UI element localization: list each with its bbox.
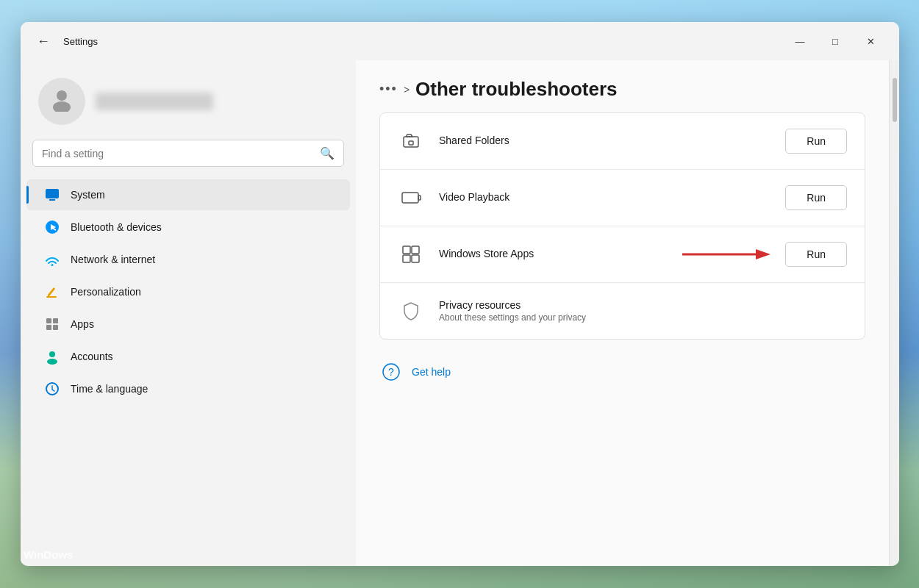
svg-rect-9: [46, 325, 51, 330]
svg-point-0: [57, 90, 67, 101]
video-playback-run-button[interactable]: Run: [785, 185, 847, 210]
sidebar-item-accounts[interactable]: Accounts: [26, 341, 350, 372]
search-box[interactable]: 🔍: [32, 140, 344, 167]
svg-rect-6: [46, 296, 57, 298]
privacy-text: Privacy resources About these settings a…: [439, 299, 847, 323]
video-playback-text: Video Playback: [439, 191, 770, 204]
svg-rect-15: [409, 141, 413, 145]
svg-rect-21: [412, 255, 419, 262]
svg-rect-18: [403, 246, 410, 254]
maximize-button[interactable]: □: [818, 29, 852, 53]
window-controls: — □ ✕: [783, 29, 887, 53]
titlebar: ← Settings — □ ✕: [21, 22, 899, 60]
settings-window: ← Settings — □ ✕: [21, 22, 899, 566]
svg-rect-14: [404, 137, 418, 147]
get-help-icon: ?: [379, 360, 403, 384]
svg-rect-2: [46, 189, 59, 198]
svg-rect-16: [402, 193, 418, 203]
bluetooth-icon: [44, 219, 60, 235]
sidebar-label-bluetooth: Bluetooth & devices: [71, 221, 162, 233]
sidebar-label-accounts: Accounts: [71, 351, 113, 362]
search-container: 🔍: [21, 140, 356, 179]
svg-rect-8: [53, 318, 58, 323]
content-area: 🔍 System: [21, 60, 899, 566]
svg-rect-20: [403, 255, 410, 262]
window-title: Settings: [63, 36, 98, 47]
video-playback-title: Video Playback: [439, 191, 770, 203]
svg-point-11: [49, 351, 55, 357]
svg-point-12: [47, 359, 57, 365]
sidebar-item-system[interactable]: System: [26, 179, 350, 210]
sidebar-label-apps: Apps: [71, 318, 94, 330]
svg-rect-3: [49, 199, 55, 201]
svg-point-1: [53, 101, 71, 112]
main-panel: ••• > Other troubleshooters: [356, 60, 889, 566]
get-help-link[interactable]: Get help: [412, 366, 451, 378]
svg-rect-17: [418, 196, 421, 200]
video-playback-icon: [398, 184, 424, 211]
breadcrumb-separator: >: [404, 84, 410, 96]
svg-rect-10: [53, 325, 58, 330]
sidebar-label-system: System: [71, 189, 105, 201]
svg-rect-7: [46, 318, 51, 323]
titlebar-left: ← Settings: [32, 31, 98, 52]
svg-text:?: ?: [388, 366, 394, 378]
user-profile[interactable]: [21, 66, 356, 140]
annotation-arrow: [682, 244, 770, 265]
system-icon: [44, 187, 60, 203]
windows-logo: WinDows: [24, 545, 75, 564]
sidebar-item-time[interactable]: Time & language: [26, 373, 350, 404]
network-icon: [44, 251, 60, 268]
accounts-icon: [44, 348, 60, 365]
svg-marker-23: [756, 249, 770, 259]
shared-folders-run-button[interactable]: Run: [785, 129, 847, 154]
sidebar-item-network[interactable]: Network & internet: [26, 244, 350, 275]
shared-folders-icon: [398, 128, 424, 154]
personalization-icon: [44, 284, 60, 300]
page-title: Other troubleshooters: [415, 78, 617, 101]
sidebar-label-network: Network & internet: [71, 254, 155, 265]
svg-rect-19: [412, 246, 419, 254]
table-row: Windows Store Apps Run: [380, 226, 865, 283]
privacy-icon: [398, 298, 424, 324]
troubleshooter-list: Shared Folders Run Video Playback: [379, 112, 865, 340]
close-button[interactable]: ✕: [854, 29, 887, 53]
scrollbar-thumb[interactable]: [893, 78, 897, 122]
table-row: Shared Folders Run: [380, 113, 865, 170]
windows-store-text: Windows Store Apps: [439, 248, 668, 261]
breadcrumb: ••• > Other troubleshooters: [379, 78, 865, 101]
sidebar-item-personalization[interactable]: Personalization: [26, 276, 350, 307]
sidebar-item-bluetooth[interactable]: Bluetooth & devices: [26, 212, 350, 243]
table-row: Privacy resources About these settings a…: [380, 283, 865, 339]
user-icon: [49, 85, 75, 118]
windows-store-icon: [398, 241, 424, 268]
user-name: [96, 93, 213, 110]
scrollbar[interactable]: [889, 60, 899, 566]
get-help-section: ? Get help: [379, 351, 865, 392]
svg-text:WinDows: WinDows: [24, 548, 73, 561]
back-button[interactable]: ←: [32, 31, 54, 52]
privacy-subtitle: About these settings and your privacy: [439, 312, 847, 323]
sidebar: 🔍 System: [21, 60, 356, 566]
shared-folders-text: Shared Folders: [439, 135, 770, 148]
windows-store-run-button[interactable]: Run: [785, 242, 847, 267]
apps-icon: [44, 316, 60, 332]
privacy-title: Privacy resources: [439, 299, 847, 311]
search-input[interactable]: [42, 148, 314, 159]
windows-store-title: Windows Store Apps: [439, 248, 668, 259]
breadcrumb-dots: •••: [379, 82, 398, 97]
avatar: [38, 78, 85, 125]
sidebar-label-time: Time & language: [71, 383, 148, 395]
svg-point-5: [51, 264, 54, 266]
minimize-button[interactable]: —: [783, 29, 817, 53]
shared-folders-title: Shared Folders: [439, 135, 770, 146]
table-row: Video Playback Run: [380, 170, 865, 226]
sidebar-label-personalization: Personalization: [71, 286, 141, 298]
sidebar-item-apps[interactable]: Apps: [26, 309, 350, 340]
search-icon: 🔍: [320, 146, 335, 160]
time-icon: [44, 381, 60, 397]
